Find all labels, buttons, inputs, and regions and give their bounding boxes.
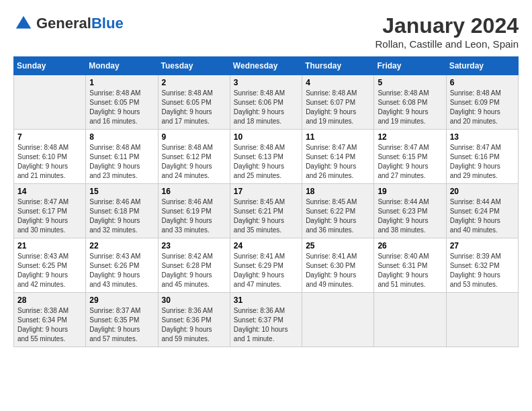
day-content: Sunrise: 8:48 AM Sunset: 6:06 PM Dayligh…: [234, 89, 298, 126]
calendar-cell: 2Sunrise: 8:48 AM Sunset: 6:05 PM Daylig…: [158, 75, 230, 130]
day-header-sunday: Sunday: [14, 57, 86, 75]
calendar-cell: 18Sunrise: 8:45 AM Sunset: 6:22 PM Dayli…: [302, 184, 374, 238]
day-content: Sunrise: 8:47 AM Sunset: 6:15 PM Dayligh…: [378, 143, 442, 181]
calendar-cell: 12Sunrise: 8:47 AM Sunset: 6:15 PM Dayli…: [374, 130, 446, 184]
calendar-cell: 20Sunrise: 8:44 AM Sunset: 6:24 PM Dayli…: [446, 184, 518, 238]
calendar-cell: 26Sunrise: 8:40 AM Sunset: 6:31 PM Dayli…: [374, 238, 446, 293]
calendar-cell: 30Sunrise: 8:36 AM Sunset: 6:36 PM Dayli…: [158, 293, 230, 347]
calendar-header-row: SundayMondayTuesdayWednesdayThursdayFrid…: [14, 57, 519, 75]
day-header-tuesday: Tuesday: [158, 57, 230, 75]
calendar-cell: [302, 293, 374, 347]
calendar-cell: 24Sunrise: 8:41 AM Sunset: 6:29 PM Dayli…: [230, 238, 302, 293]
calendar-cell: 31Sunrise: 8:36 AM Sunset: 6:37 PM Dayli…: [230, 293, 302, 347]
day-number: 1: [89, 78, 154, 87]
day-content: Sunrise: 8:39 AM Sunset: 6:32 PM Dayligh…: [450, 252, 515, 289]
day-number: 25: [306, 241, 370, 250]
calendar-cell: 14Sunrise: 8:47 AM Sunset: 6:17 PM Dayli…: [14, 184, 86, 238]
day-number: 16: [162, 187, 226, 196]
calendar-cell: 23Sunrise: 8:42 AM Sunset: 6:28 PM Dayli…: [158, 238, 230, 293]
day-number: 8: [89, 132, 154, 142]
day-content: Sunrise: 8:47 AM Sunset: 6:17 PM Dayligh…: [17, 197, 82, 235]
calendar-cell: 1Sunrise: 8:48 AM Sunset: 6:05 PM Daylig…: [86, 75, 158, 130]
day-header-saturday: Saturday: [446, 57, 518, 75]
month-title: January 2024: [375, 13, 519, 38]
day-content: Sunrise: 8:48 AM Sunset: 6:11 PM Dayligh…: [89, 143, 154, 181]
day-number: 26: [378, 241, 442, 250]
day-number: 14: [17, 187, 82, 196]
day-number: 5: [378, 78, 442, 87]
calendar-week-row: 14Sunrise: 8:47 AM Sunset: 6:17 PM Dayli…: [14, 184, 519, 238]
day-content: Sunrise: 8:48 AM Sunset: 6:08 PM Dayligh…: [378, 89, 442, 126]
day-content: Sunrise: 8:41 AM Sunset: 6:30 PM Dayligh…: [306, 252, 370, 289]
day-content: Sunrise: 8:47 AM Sunset: 6:16 PM Dayligh…: [450, 143, 515, 181]
calendar-cell: 11Sunrise: 8:47 AM Sunset: 6:14 PM Dayli…: [302, 130, 374, 184]
calendar-cell: 21Sunrise: 8:43 AM Sunset: 6:25 PM Dayli…: [14, 238, 86, 293]
day-number: 20: [450, 187, 515, 196]
day-number: 22: [89, 241, 154, 250]
day-content: Sunrise: 8:45 AM Sunset: 6:21 PM Dayligh…: [234, 197, 298, 235]
calendar-cell: 5Sunrise: 8:48 AM Sunset: 6:08 PM Daylig…: [374, 75, 446, 130]
calendar-cell: 17Sunrise: 8:45 AM Sunset: 6:21 PM Dayli…: [230, 184, 302, 238]
calendar-week-row: 21Sunrise: 8:43 AM Sunset: 6:25 PM Dayli…: [14, 238, 519, 293]
calendar-cell: 13Sunrise: 8:47 AM Sunset: 6:16 PM Dayli…: [446, 130, 518, 184]
calendar-cell: 28Sunrise: 8:38 AM Sunset: 6:34 PM Dayli…: [14, 293, 86, 347]
calendar-week-row: 1Sunrise: 8:48 AM Sunset: 6:05 PM Daylig…: [14, 75, 519, 130]
day-number: 4: [306, 78, 370, 87]
calendar-cell: [374, 293, 446, 347]
day-number: 24: [234, 241, 298, 250]
day-content: Sunrise: 8:43 AM Sunset: 6:25 PM Dayligh…: [17, 252, 82, 289]
calendar-cell: [14, 75, 86, 130]
day-content: Sunrise: 8:43 AM Sunset: 6:26 PM Dayligh…: [89, 252, 154, 289]
calendar-cell: [446, 293, 518, 347]
day-content: Sunrise: 8:48 AM Sunset: 6:13 PM Dayligh…: [234, 143, 298, 181]
calendar-cell: 8Sunrise: 8:48 AM Sunset: 6:11 PM Daylig…: [86, 130, 158, 184]
day-header-friday: Friday: [374, 57, 446, 75]
calendar-cell: 3Sunrise: 8:48 AM Sunset: 6:06 PM Daylig…: [230, 75, 302, 130]
calendar-cell: 19Sunrise: 8:44 AM Sunset: 6:23 PM Dayli…: [374, 184, 446, 238]
day-header-thursday: Thursday: [302, 57, 374, 75]
day-number: 9: [162, 132, 226, 142]
calendar-week-row: 28Sunrise: 8:38 AM Sunset: 6:34 PM Dayli…: [14, 293, 519, 347]
day-content: Sunrise: 8:40 AM Sunset: 6:31 PM Dayligh…: [378, 252, 442, 289]
calendar-cell: 10Sunrise: 8:48 AM Sunset: 6:13 PM Dayli…: [230, 130, 302, 184]
day-content: Sunrise: 8:46 AM Sunset: 6:19 PM Dayligh…: [162, 197, 226, 235]
day-content: Sunrise: 8:47 AM Sunset: 6:14 PM Dayligh…: [306, 143, 370, 181]
svg-marker-0: [16, 16, 32, 29]
logo-blue-text: Blue: [91, 15, 124, 32]
day-content: Sunrise: 8:45 AM Sunset: 6:22 PM Dayligh…: [306, 197, 370, 235]
day-content: Sunrise: 8:44 AM Sunset: 6:24 PM Dayligh…: [450, 197, 515, 235]
title-area: January 2024 Rollan, Castille and Leon, …: [375, 13, 519, 50]
day-content: Sunrise: 8:48 AM Sunset: 6:10 PM Dayligh…: [17, 143, 82, 181]
day-number: 18: [306, 187, 370, 196]
day-number: 15: [89, 187, 154, 196]
calendar-cell: 27Sunrise: 8:39 AM Sunset: 6:32 PM Dayli…: [446, 238, 518, 293]
calendar-cell: 25Sunrise: 8:41 AM Sunset: 6:30 PM Dayli…: [302, 238, 374, 293]
calendar-table: SundayMondayTuesdayWednesdayThursdayFrid…: [13, 56, 519, 347]
day-content: Sunrise: 8:37 AM Sunset: 6:35 PM Dayligh…: [89, 306, 154, 344]
day-number: 6: [450, 78, 515, 87]
day-content: Sunrise: 8:48 AM Sunset: 6:12 PM Dayligh…: [162, 143, 226, 181]
day-number: 23: [162, 241, 226, 250]
day-number: 28: [17, 295, 82, 305]
day-content: Sunrise: 8:48 AM Sunset: 6:09 PM Dayligh…: [450, 89, 515, 126]
day-number: 11: [306, 132, 370, 142]
day-number: 2: [162, 78, 226, 87]
calendar-cell: 22Sunrise: 8:43 AM Sunset: 6:26 PM Dayli…: [86, 238, 158, 293]
day-content: Sunrise: 8:41 AM Sunset: 6:29 PM Dayligh…: [234, 252, 298, 289]
day-number: 29: [89, 295, 154, 305]
day-content: Sunrise: 8:36 AM Sunset: 6:37 PM Dayligh…: [234, 306, 298, 344]
day-number: 31: [234, 295, 298, 305]
day-number: 27: [450, 241, 515, 250]
day-number: 3: [234, 78, 298, 87]
day-number: 7: [17, 132, 82, 142]
logo-general-text: General: [36, 15, 91, 32]
day-header-monday: Monday: [86, 57, 158, 75]
day-header-wednesday: Wednesday: [230, 57, 302, 75]
day-number: 13: [450, 132, 515, 142]
calendar-cell: 6Sunrise: 8:48 AM Sunset: 6:09 PM Daylig…: [446, 75, 518, 130]
header: GeneralBlue January 2024 Rollan, Castill…: [13, 13, 519, 50]
day-content: Sunrise: 8:44 AM Sunset: 6:23 PM Dayligh…: [378, 197, 442, 235]
day-content: Sunrise: 8:48 AM Sunset: 6:05 PM Dayligh…: [162, 89, 226, 126]
calendar-cell: 29Sunrise: 8:37 AM Sunset: 6:35 PM Dayli…: [86, 293, 158, 347]
day-number: 30: [162, 295, 226, 305]
